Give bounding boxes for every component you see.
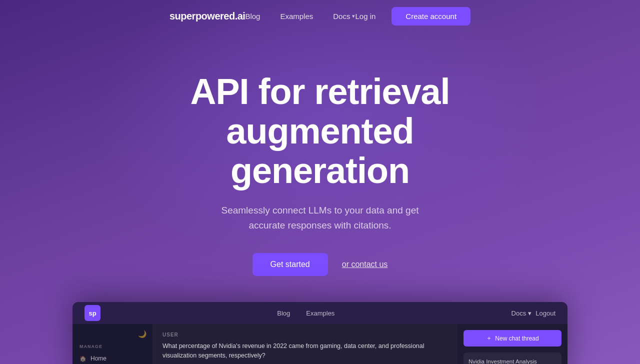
new-chat-thread-button[interactable]: ＋ New chat thread [464, 330, 562, 346]
hero-title: API for retrieval augmented generation [95, 72, 545, 191]
app-docs-button[interactable]: Docs ▾ [512, 310, 532, 317]
chat-user-label: USER [162, 332, 448, 338]
nav-blog[interactable]: Blog [245, 12, 260, 20]
app-nav: sp Blog Examples Docs ▾ Logout [72, 302, 568, 324]
nav-docs[interactable]: Docs ▾ [333, 12, 355, 20]
app-right-panel: ＋ New chat thread Nvidia Investment Anal… [458, 324, 568, 364]
app-window: sp Blog Examples Docs ▾ Logout [72, 302, 568, 364]
app-sidebar: 🌙 MANAGE 🏠 Home 📖 Knowledge Bases [72, 324, 152, 364]
app-logo-icon: sp [84, 305, 100, 321]
sidebar-manage-label: MANAGE [72, 342, 152, 352]
hero-actions: Get started or contact us [95, 253, 545, 276]
thread-item-nvidia[interactable]: Nvidia Investment Analysis [464, 352, 562, 364]
hero-section: superpowered.ai Blog Examples Docs ▾ Log… [0, 0, 640, 364]
app-nav-blog[interactable]: Blog [277, 310, 290, 317]
nav-logo: superpowered.ai [170, 10, 245, 22]
app-logout-button[interactable]: Logout [536, 310, 556, 317]
hero-subtitle: Seamlessly connect LLMs to your data and… [95, 203, 545, 234]
hero-content: API for retrieval augmented generation S… [95, 32, 545, 276]
app-nav-examples[interactable]: Examples [306, 310, 334, 317]
chevron-down-icon: ▾ [528, 310, 532, 317]
sidebar-item-home[interactable]: 🏠 Home [72, 352, 152, 364]
app-nav-right: Docs ▾ Logout [512, 310, 556, 317]
chat-message: What percentage of Nvidia's revenue in 2… [162, 342, 448, 360]
nav-examples[interactable]: Examples [280, 12, 313, 20]
moon-icon: 🌙 [138, 330, 146, 338]
app-body: 🌙 MANAGE 🏠 Home 📖 Knowledge Bases USER [72, 324, 568, 364]
dark-toggle[interactable]: 🌙 [72, 330, 152, 342]
plus-icon: ＋ [486, 334, 492, 342]
login-link[interactable]: Log in [355, 12, 376, 20]
demo-container: sp Blog Examples Docs ▾ Logout [72, 302, 568, 364]
main-nav: superpowered.ai Blog Examples Docs ▾ Log… [146, 0, 494, 32]
home-icon: 🏠 [80, 356, 86, 362]
app-main-chat: USER What percentage of Nvidia's revenue… [152, 324, 458, 364]
nav-right: Log in Create account [355, 7, 470, 26]
get-started-button[interactable]: Get started [252, 253, 328, 276]
nav-links: Blog Examples Docs ▾ [245, 12, 355, 20]
app-nav-center: Blog Examples [277, 310, 334, 317]
create-account-button[interactable]: Create account [392, 7, 470, 26]
contact-link[interactable]: or contact us [342, 260, 388, 269]
